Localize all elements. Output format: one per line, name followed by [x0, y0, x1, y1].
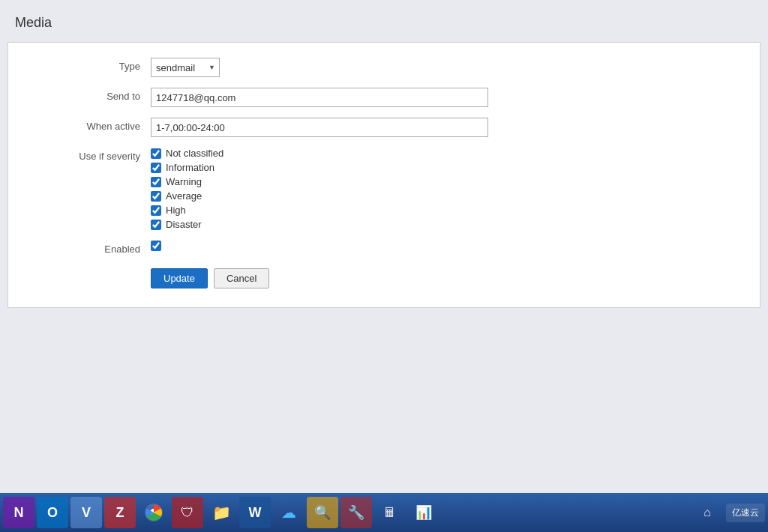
when-active-control — [151, 118, 737, 137]
severity-average[interactable]: Average — [151, 190, 737, 202]
chart-icon[interactable]: 📊 — [408, 497, 440, 528]
enabled-row: Enabled — [31, 241, 737, 255]
chrome-icon[interactable] — [138, 497, 170, 528]
information-label: Information — [166, 162, 214, 173]
cloud-brand[interactable]: 亿速云 — [726, 504, 765, 522]
checkbox-information[interactable] — [151, 163, 161, 173]
enabled-label: Enabled — [31, 241, 151, 255]
warning-label: Warning — [166, 176, 202, 187]
severity-not-classified[interactable]: Not classified — [151, 148, 737, 159]
vmware-icon[interactable]: V — [70, 497, 102, 528]
checkbox-average[interactable] — [151, 191, 161, 202]
outlook-icon[interactable]: O — [37, 497, 68, 528]
antivirus-icon[interactable]: 🛡 — [172, 497, 203, 528]
severity-control: Not classified Information Warning Avera… — [151, 148, 737, 230]
severity-high[interactable]: High — [151, 205, 737, 216]
checkbox-disaster[interactable] — [151, 220, 161, 230]
page-title: Media — [0, 7, 768, 42]
tool-red-icon[interactable]: 🔧 — [340, 497, 372, 528]
not-classified-label: Not classified — [166, 148, 224, 159]
folder-icon[interactable]: 📁 — [206, 497, 237, 528]
taskbar-right: ⌂ 亿速云 — [692, 497, 765, 528]
update-button[interactable]: Update — [151, 268, 208, 288]
taskbar: N O V Z 🛡 📁 W ☁ 🔍 🔧 🖩 📊 ⌂ 亿速云 — [0, 493, 768, 532]
send-to-control — [151, 88, 737, 107]
average-label: Average — [166, 190, 202, 202]
use-severity-row: Use if severity Not classified Informati… — [31, 148, 737, 230]
checkbox-warning[interactable] — [151, 177, 161, 187]
cloud-icon[interactable]: ☁ — [273, 497, 304, 528]
severity-warning[interactable]: Warning — [151, 176, 737, 187]
when-active-row: When active — [31, 118, 737, 137]
form-actions: Update Cancel — [31, 268, 737, 288]
type-select-container[interactable]: sendmail email SMS Jabber Ez Texting — [151, 58, 220, 77]
type-label: Type — [31, 58, 151, 72]
when-active-input[interactable] — [151, 118, 488, 137]
cancel-button[interactable]: Cancel — [214, 268, 269, 288]
calculator-icon[interactable]: 🖩 — [374, 497, 406, 528]
type-control: sendmail email SMS Jabber Ez Texting — [151, 58, 737, 77]
disaster-label: Disaster — [166, 219, 202, 230]
use-severity-label: Use if severity — [31, 148, 151, 162]
checkbox-not-classified[interactable] — [151, 148, 161, 159]
type-row: Type sendmail email SMS Jabber Ez Textin… — [31, 58, 737, 77]
send-to-row: Send to — [31, 88, 737, 107]
severity-information[interactable]: Information — [151, 162, 737, 173]
high-label: High — [166, 205, 186, 216]
taskbar-overflow-icon[interactable]: ⌂ — [692, 497, 723, 528]
zabbix-icon[interactable]: Z — [104, 497, 136, 528]
onenote-icon[interactable]: N — [3, 497, 34, 528]
checkbox-high[interactable] — [151, 205, 161, 216]
severity-disaster[interactable]: Disaster — [151, 219, 737, 230]
magnifier-icon[interactable]: 🔍 — [307, 497, 338, 528]
word-icon[interactable]: W — [239, 497, 271, 528]
enabled-checkbox[interactable] — [151, 241, 161, 251]
media-form: Type sendmail email SMS Jabber Ez Textin… — [8, 42, 760, 308]
severity-checkbox-group: Not classified Information Warning Avera… — [151, 148, 737, 230]
when-active-label: When active — [31, 118, 151, 132]
enabled-control — [151, 241, 737, 253]
send-to-input[interactable] — [151, 88, 488, 107]
type-select[interactable]: sendmail email SMS Jabber Ez Texting — [151, 58, 220, 77]
send-to-label: Send to — [31, 88, 151, 102]
